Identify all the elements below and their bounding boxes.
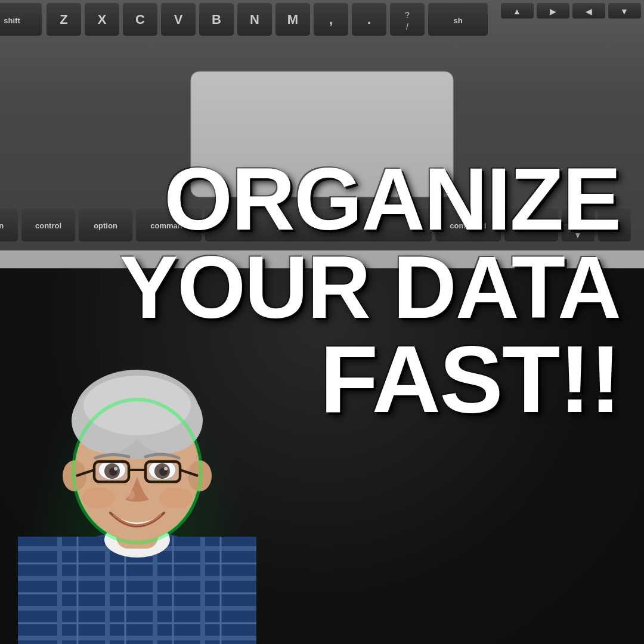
- headline-line-3: FAST!!: [320, 332, 620, 427]
- svg-text:M: M: [287, 12, 298, 27]
- svg-text:N: N: [250, 12, 259, 27]
- svg-text:,: ,: [329, 12, 333, 27]
- svg-text:Z: Z: [60, 12, 67, 27]
- svg-text:▼: ▼: [620, 7, 628, 16]
- svg-text:X: X: [98, 12, 107, 27]
- svg-text:B: B: [212, 12, 221, 27]
- svg-text:◀: ◀: [586, 7, 592, 16]
- svg-point-99: [159, 487, 193, 509]
- svg-text:/: /: [406, 22, 408, 32]
- svg-text:C: C: [135, 12, 145, 27]
- headline-line-1: ORGANIZE: [164, 155, 620, 243]
- svg-text:▲: ▲: [513, 7, 521, 16]
- svg-point-79: [83, 376, 191, 435]
- svg-rect-96: [147, 463, 179, 481]
- svg-text:V: V: [174, 12, 183, 27]
- headline-line-2: YOUR DATA: [119, 243, 620, 332]
- svg-text:.: .: [367, 12, 371, 27]
- svg-text:sh: sh: [453, 16, 462, 25]
- svg-point-97: [128, 490, 135, 500]
- svg-text:▶: ▶: [550, 7, 556, 16]
- person-image: [0, 322, 274, 644]
- svg-point-98: [82, 487, 115, 509]
- svg-text:shift: shift: [4, 16, 20, 25]
- svg-rect-95: [95, 463, 128, 481]
- svg-text:?: ?: [405, 10, 410, 20]
